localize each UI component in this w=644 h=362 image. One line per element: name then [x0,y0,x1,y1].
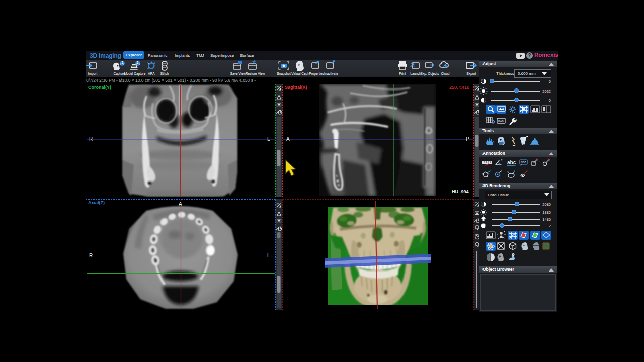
svg-text:abc: abc [521,160,526,164]
svg-text:abc: abc [507,160,516,165]
svg-text:PAN: PAN [498,120,504,123]
